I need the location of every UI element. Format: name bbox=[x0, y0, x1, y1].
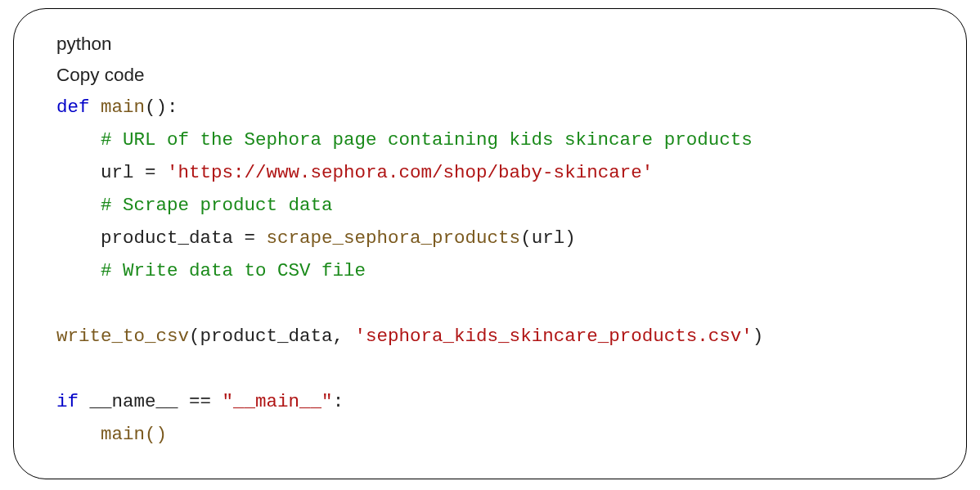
keyword-def: def bbox=[56, 97, 90, 118]
code-line-scrape-call: product_data = scrape_sephora_products(u… bbox=[56, 222, 924, 254]
code-block: python Copy code def main(): # URL of th… bbox=[13, 8, 967, 479]
arg-product-data: product_data bbox=[200, 326, 333, 347]
string-csvfile: 'sephora_kids_skincare_products.csv' bbox=[355, 326, 753, 347]
string-main: main bbox=[255, 391, 299, 412]
code-line-url-assign: url = 'https://www.sephora.com/shop/baby… bbox=[56, 156, 924, 189]
dunder-name: __name__ bbox=[79, 391, 189, 412]
code-line-comment-url: # URL of the Sephora page containing kid… bbox=[56, 124, 924, 156]
code-line-comment-scrape: # Scrape product data bbox=[56, 189, 924, 222]
code-line-if-main: if __name__ == "__main__": bbox=[56, 385, 924, 418]
code-line-blank bbox=[56, 287, 924, 320]
function-scrape: scrape_sephora_products bbox=[267, 227, 521, 249]
comment: # Write data to CSV file bbox=[101, 260, 366, 281]
copy-code-label[interactable]: Copy code bbox=[56, 60, 924, 91]
function-write-csv: write_to_csv bbox=[56, 326, 189, 347]
code-line-comment-csv: # Write data to CSV file bbox=[56, 254, 924, 287]
code-line-def: def main(): bbox=[56, 91, 924, 124]
var-product-data: product_data bbox=[101, 227, 233, 249]
var-url: url bbox=[101, 162, 134, 183]
function-main: main bbox=[101, 97, 145, 118]
code-line-blank bbox=[56, 353, 924, 385]
comment: # URL of the Sephora page containing kid… bbox=[101, 129, 753, 151]
language-label: python bbox=[56, 29, 924, 60]
code-line-write-csv: write_to_csv(product_data, 'sephora_kids… bbox=[56, 320, 924, 353]
comment: # Scrape product data bbox=[101, 195, 333, 216]
code-line-main-call: main() bbox=[56, 418, 924, 451]
arg-url: url bbox=[532, 227, 565, 249]
keyword-if: if bbox=[56, 391, 79, 412]
string-url: 'https://www.sephora.com/shop/baby-skinc… bbox=[167, 162, 653, 183]
call-main: main() bbox=[101, 424, 167, 445]
